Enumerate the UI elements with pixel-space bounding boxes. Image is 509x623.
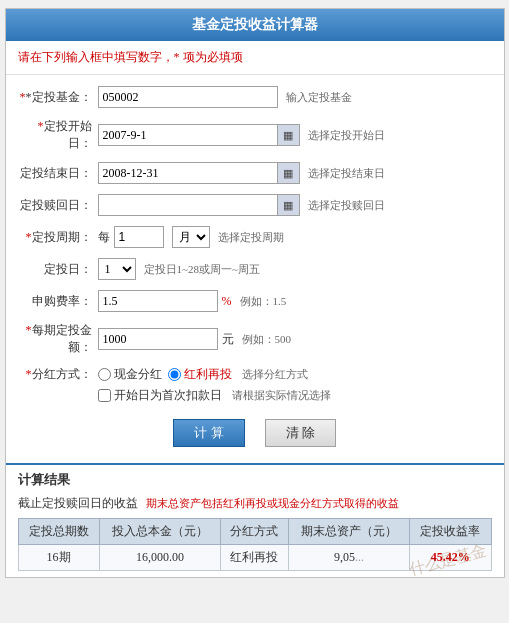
amount-row: *每期定投金额： 元 例如：500: [18, 317, 492, 361]
button-row: 计 算 清 除: [18, 409, 492, 457]
fee-label: 申购费率：: [18, 293, 98, 310]
cell-dividend: 红利再投: [221, 545, 289, 571]
col-total-assets: 期末总资产（元）: [288, 519, 409, 545]
end-date-hint: 选择定投结束日: [308, 166, 385, 181]
dividend-hint: 选择分红方式: [242, 367, 308, 382]
dividend-radio-line: 现金分红 红利再投 选择分红方式: [98, 366, 331, 383]
reinvest-dividend-option[interactable]: 红利再投: [168, 366, 232, 383]
period-row: *定投周期： 每 月 周 季 选择定投周期: [18, 221, 492, 253]
day-hint: 定投日1~28或周一~周五: [144, 262, 260, 277]
start-date-input-group: ▦: [98, 124, 300, 146]
required-note: * 项为必填项: [174, 50, 243, 64]
cell-total-assets: 9,05...: [288, 545, 409, 571]
end-date-label: 定投结束日：: [18, 165, 98, 182]
cash-dividend-label: 现金分红: [114, 366, 162, 383]
result-table-body: 16期 16,000.00 红利再投 9,05... 45.42%: [18, 545, 491, 571]
start-date-hint: 选择定投开始日: [308, 128, 385, 143]
cell-periods: 16期: [18, 545, 99, 571]
amount-hint: 例如：500: [242, 332, 292, 347]
return-date-input-group: ▦: [98, 194, 300, 216]
return-date-row: 定投赎回日： ▦ 选择定投赎回日: [18, 189, 492, 221]
start-date-input[interactable]: [98, 124, 278, 146]
total-assets-value: 9,05: [334, 550, 355, 564]
result-info-label: 截止定投赎回日的收益: [18, 495, 138, 512]
dividend-options-group: 现金分红 红利再投 选择分红方式 开始日为首次扣款日 请根据实际情况选择: [98, 366, 331, 404]
period-label: *定投周期：: [18, 229, 98, 246]
result-table-head: 定投总期数 投入总本金（元） 分红方式 期末总资产（元） 定投收益率: [18, 519, 491, 545]
day-select[interactable]: 1 2 3 4 5 7 10 14 21 28: [98, 258, 136, 280]
title-bar: 基金定投收益计算器: [6, 9, 504, 41]
cell-yield: 45.42%: [410, 545, 491, 571]
amount-input[interactable]: [98, 328, 218, 350]
return-date-label: 定投赎回日：: [18, 197, 98, 214]
start-date-calendar-icon[interactable]: ▦: [278, 124, 300, 146]
result-header-row: 定投总期数 投入总本金（元） 分红方式 期末总资产（元） 定投收益率: [18, 519, 491, 545]
end-date-row: 定投结束日： ▦ 选择定投结束日: [18, 157, 492, 189]
result-table-wrapper: 定投总期数 投入总本金（元） 分红方式 期末总资产（元） 定投收益率 16期 1…: [18, 518, 492, 571]
col-principal: 投入总本金（元）: [99, 519, 220, 545]
start-checkbox-label: 开始日为首次扣款日: [114, 387, 222, 404]
start-date-row: *定投开始日： ▦ 选择定投开始日: [18, 113, 492, 157]
cell-principal: 16,000.00: [99, 545, 220, 571]
table-row: 16期 16,000.00 红利再投 9,05... 45.42%: [18, 545, 491, 571]
reinvest-dividend-label: 红利再投: [184, 366, 232, 383]
fee-input-group: %: [98, 290, 232, 312]
start-checkbox-option[interactable]: 开始日为首次扣款日: [98, 387, 222, 404]
fee-input[interactable]: [98, 290, 218, 312]
result-section: 计算结果 截止定投赎回日的收益 期末总资产包括红利再投或现金分红方式取得的收益 …: [6, 463, 504, 577]
start-checkbox-hint: 请根据实际情况选择: [232, 388, 331, 403]
cash-dividend-option[interactable]: 现金分红: [98, 366, 162, 383]
amount-input-group: 元: [98, 328, 234, 350]
yield-rate-value: 45.42%: [431, 550, 470, 564]
result-table: 定投总期数 投入总本金（元） 分红方式 期末总资产（元） 定投收益率 16期 1…: [18, 518, 492, 571]
fee-hint: 例如：1.5: [240, 294, 287, 309]
period-hint: 选择定投周期: [218, 230, 284, 245]
instruction-text: 请在下列输入框中填写数字，: [18, 50, 174, 64]
amount-unit-text: 元: [222, 331, 234, 348]
return-date-hint: 选择定投赎回日: [308, 198, 385, 213]
fund-row: **定投基金： 输入定投基金: [18, 81, 492, 113]
dividend-label: *分红方式：: [18, 366, 98, 383]
title-text: 基金定投收益计算器: [192, 17, 318, 32]
fund-label: **定投基金：: [18, 89, 98, 106]
col-dividend: 分红方式: [221, 519, 289, 545]
instruction-bar: 请在下列输入框中填写数字，* 项为必填项: [6, 41, 504, 75]
cash-dividend-radio[interactable]: [98, 368, 111, 381]
reinvest-dividend-radio[interactable]: [168, 368, 181, 381]
end-date-calendar-icon[interactable]: ▦: [278, 162, 300, 184]
start-checkbox[interactable]: [98, 389, 111, 402]
start-checkbox-line: 开始日为首次扣款日 请根据实际情况选择: [98, 387, 331, 404]
result-title: 计算结果: [18, 471, 492, 489]
return-date-calendar-icon[interactable]: ▦: [278, 194, 300, 216]
fee-row: 申购费率： % 例如：1.5: [18, 285, 492, 317]
period-input-group: 每 月 周 季: [98, 226, 210, 248]
calculator-container: 基金定投收益计算器 请在下列输入框中填写数字，* 项为必填项 **定投基金： 输…: [5, 8, 505, 578]
fund-input[interactable]: [98, 86, 278, 108]
fee-percent-sign: %: [222, 294, 232, 309]
form-area: **定投基金： 输入定投基金 *定投开始日： ▦ 选择定投开始日 定投结束日： …: [6, 75, 504, 463]
result-info-value: 期末总资产包括红利再投或现金分红方式取得的收益: [146, 496, 399, 511]
day-label: 定投日：: [18, 261, 98, 278]
end-date-input[interactable]: [98, 162, 278, 184]
fund-hint: 输入定投基金: [286, 90, 352, 105]
result-info-row: 截止定投赎回日的收益 期末总资产包括红利再投或现金分红方式取得的收益: [18, 495, 492, 512]
start-date-label: *定投开始日：: [18, 118, 98, 152]
day-row: 定投日： 1 2 3 4 5 7 10 14 21 28 定投日1~28或周一~…: [18, 253, 492, 285]
col-periods: 定投总期数: [18, 519, 99, 545]
amount-label: *每期定投金额：: [18, 322, 98, 356]
clear-button[interactable]: 清 除: [265, 419, 336, 447]
fund-input-group: [98, 86, 278, 108]
period-unit-select[interactable]: 月 周 季: [172, 226, 210, 248]
dividend-row: *分红方式： 现金分红 红利再投 选择分红方式 开始: [18, 361, 492, 409]
period-mei: 每: [98, 229, 110, 246]
calculate-button[interactable]: 计 算: [173, 419, 244, 447]
period-number-input[interactable]: [114, 226, 164, 248]
total-assets-ellipsis: ...: [355, 550, 364, 564]
col-yield: 定投收益率: [410, 519, 491, 545]
return-date-input[interactable]: [98, 194, 278, 216]
end-date-input-group: ▦: [98, 162, 300, 184]
